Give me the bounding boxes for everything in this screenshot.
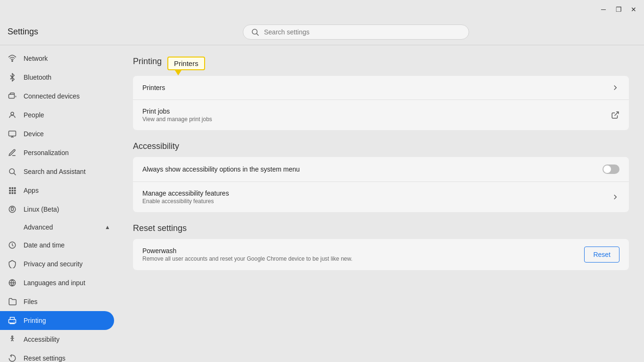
accessibility-icon	[8, 335, 17, 344]
svg-point-24	[14, 321, 15, 322]
powerwash-subtitle: Remove all user accounts and reset your …	[142, 255, 584, 262]
svg-rect-23	[9, 320, 16, 323]
manage-accessibility-chevron	[611, 193, 619, 201]
sidebar-label-network: Network	[24, 55, 48, 62]
powerwash-title: Powerwash	[142, 247, 584, 255]
svg-rect-18	[14, 192, 16, 194]
svg-rect-11	[12, 187, 14, 189]
languages-icon	[8, 278, 17, 288]
sidebar-label-people: People	[24, 111, 44, 119]
svg-point-8	[9, 169, 15, 174]
sidebar-item-accessibility[interactable]: Accessibility	[0, 330, 114, 349]
sidebar-item-bluetooth[interactable]: Bluetooth	[0, 68, 114, 87]
sidebar-label-privacy: Privacy and security	[24, 260, 83, 268]
svg-rect-16	[9, 192, 11, 194]
bluetooth-icon	[8, 73, 17, 82]
maximize-button[interactable]: ❐	[612, 3, 625, 16]
toggle-thumb	[603, 165, 611, 173]
sidebar-label-apps: Apps	[24, 187, 39, 194]
sidebar-item-linux[interactable]: Linux (Beta)	[0, 200, 114, 219]
advanced-header-left: Advanced	[8, 223, 53, 231]
sidebar-item-network[interactable]: Network	[0, 49, 114, 68]
sidebar-advanced-header[interactable]: Advanced ▲	[0, 219, 118, 236]
body-container: Network Bluetooth	[0, 45, 644, 362]
reset-settings-card: Powerwash Remove all user accounts and r…	[133, 239, 629, 270]
sidebar-item-personalization[interactable]: Personalization	[0, 143, 114, 162]
sidebar-label-files: Files	[24, 298, 38, 305]
sidebar-label-personalization: Personalization	[24, 149, 69, 156]
files-icon	[8, 297, 17, 306]
sidebar-item-people[interactable]: People	[0, 106, 114, 124]
svg-rect-5	[9, 131, 16, 136]
svg-line-9	[14, 173, 16, 175]
window-controls: ─ ❐ ✕	[597, 3, 640, 16]
date-time-icon	[8, 240, 17, 250]
print-jobs-subtitle: View and manage print jobs	[142, 116, 611, 123]
connected-devices-icon	[8, 91, 17, 101]
svg-rect-14	[12, 190, 14, 192]
search-bar[interactable]	[243, 25, 469, 40]
minimize-button[interactable]: ─	[597, 3, 610, 16]
sidebar-item-search-assistant[interactable]: Search and Assistant	[0, 162, 114, 181]
search-input[interactable]	[264, 28, 461, 36]
sidebar-item-printing[interactable]: Printing	[0, 311, 114, 330]
sidebar-label-search-assistant: Search and Assistant	[24, 168, 86, 175]
print-jobs-external-icon	[611, 111, 619, 119]
personalization-icon	[8, 148, 17, 157]
reset-icon	[8, 354, 17, 362]
title-bar: ─ ❐ ✕	[0, 0, 644, 19]
printers-row-title: Printers	[142, 84, 611, 91]
reset-button[interactable]: Reset	[584, 247, 619, 263]
linux-icon	[8, 205, 17, 214]
sidebar-item-connected-devices[interactable]: Connected devices	[0, 87, 114, 106]
printers-tooltip-container: Printers	[167, 57, 205, 70]
manage-accessibility-subtitle: Enable accessibility features	[142, 198, 611, 205]
reset-settings-section-title: Reset settings	[133, 223, 629, 233]
sidebar-item-device[interactable]: Device	[0, 124, 114, 143]
advanced-chevron-up-icon: ▲	[105, 224, 110, 230]
manage-accessibility-title: Manage accessibility features	[142, 189, 611, 197]
svg-point-4	[11, 112, 14, 115]
powerwash-row: Powerwash Remove all user accounts and r…	[133, 239, 629, 270]
sidebar-label-bluetooth: Bluetooth	[24, 74, 51, 81]
network-icon	[8, 54, 17, 63]
sidebar-label-accessibility: Accessibility	[24, 336, 59, 343]
manage-accessibility-row[interactable]: Manage accessibility features Enable acc…	[133, 182, 629, 212]
printers-chevron	[611, 83, 619, 92]
sidebar-label-languages: Languages and input	[24, 279, 85, 287]
sidebar-item-date-time[interactable]: Date and time	[0, 236, 114, 255]
sidebar-label-device: Device	[24, 130, 44, 138]
sidebar: Network Bluetooth	[0, 45, 118, 362]
sidebar-item-languages[interactable]: Languages and input	[0, 273, 114, 292]
svg-point-2	[12, 60, 13, 61]
sidebar-item-reset-settings[interactable]: Reset settings	[0, 349, 114, 362]
sidebar-label-date-time: Date and time	[24, 241, 65, 249]
accessibility-card: Always show accessibility options in the…	[133, 157, 629, 212]
close-button[interactable]: ✕	[627, 3, 640, 16]
reset-settings-section: Reset settings Powerwash Remove all user…	[133, 223, 629, 270]
main-content: Printing Printers Printers	[118, 45, 644, 362]
printing-icon	[8, 316, 17, 325]
printers-row[interactable]: Printers	[133, 76, 629, 100]
sidebar-label-connected-devices: Connected devices	[24, 92, 80, 100]
svg-line-1	[256, 33, 258, 35]
accessibility-toggle[interactable]	[603, 165, 619, 174]
show-accessibility-title: Always show accessibility options in the…	[142, 165, 603, 173]
print-jobs-row[interactable]: Print jobs View and manage print jobs	[133, 100, 629, 130]
printing-section: Printing Printers Printers	[133, 57, 629, 130]
sidebar-label-reset: Reset settings	[24, 354, 66, 362]
sidebar-item-privacy-security[interactable]: Privacy and security	[0, 255, 114, 273]
sidebar-label-printing: Printing	[24, 317, 46, 324]
svg-point-25	[12, 336, 13, 337]
svg-rect-17	[12, 192, 14, 194]
sidebar-item-files[interactable]: Files	[0, 292, 114, 311]
svg-point-0	[252, 29, 257, 34]
sidebar-label-linux: Linux (Beta)	[24, 206, 59, 213]
device-icon	[8, 129, 17, 139]
page-title: Settings	[8, 27, 64, 37]
show-accessibility-row[interactable]: Always show accessibility options in the…	[133, 157, 629, 182]
print-jobs-title: Print jobs	[142, 107, 611, 115]
sidebar-item-apps[interactable]: Apps	[0, 181, 114, 200]
printing-card: Printers Print jobs View and manage prin…	[133, 76, 629, 130]
svg-rect-13	[9, 190, 11, 192]
